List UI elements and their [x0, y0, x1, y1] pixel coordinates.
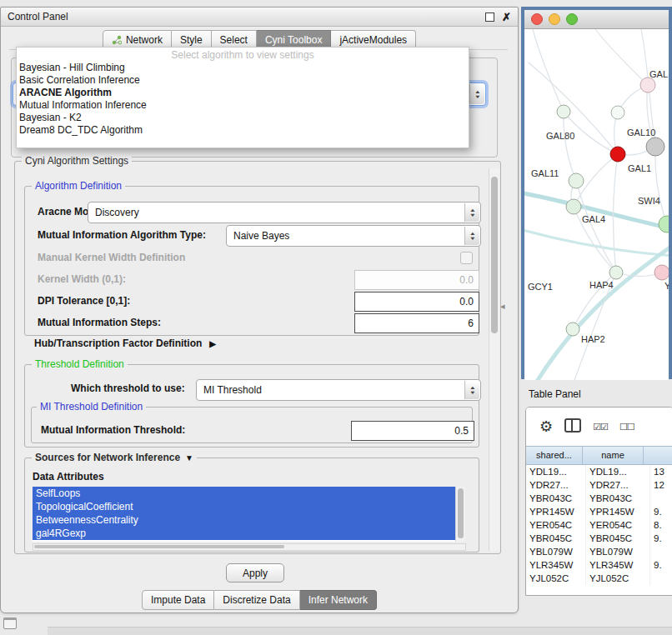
mi-type-combobox[interactable]: Naive Bayes ▲▼ — [226, 225, 481, 247]
attribute-list-item[interactable]: gal4RGexp — [33, 527, 464, 540]
algorithm-option[interactable]: Basic Correlation Inference — [17, 74, 469, 87]
network-edge — [524, 229, 669, 256]
scrollbar-thumb[interactable] — [491, 177, 498, 333]
network-edge[interactable] — [655, 147, 667, 224]
table-row[interactable]: YLR345WYLR345W9. — [526, 558, 672, 572]
table-cell: YBR043C — [586, 492, 650, 505]
tab-label: Style — [180, 34, 203, 46]
network-node[interactable] — [611, 106, 624, 119]
table-cell: YJL052C — [526, 572, 586, 585]
sources-title: Sources for Network Inference — [35, 452, 180, 463]
network-window-titlebar[interactable] — [524, 10, 669, 29]
scrollbar-thumb[interactable] — [458, 488, 464, 538]
column-header[interactable]: shared... — [526, 447, 583, 464]
node-label: GAL80 — [546, 131, 574, 141]
algorithm-option[interactable]: Bayesian - Hill Climbing — [17, 62, 469, 74]
splitter-arrow-icon[interactable]: ◂ — [500, 302, 505, 311]
algorithm-option[interactable]: Bayesian - K2 — [17, 112, 469, 124]
threshold-definition-title: Threshold Definition — [32, 358, 128, 371]
close-icon[interactable]: ✗ — [502, 12, 511, 22]
expand-arrow-icon[interactable]: ▶ — [209, 339, 216, 348]
network-node[interactable] — [566, 322, 579, 336]
mi-steps-field[interactable]: 6 — [354, 313, 479, 333]
column-header[interactable] — [644, 447, 672, 464]
table-row[interactable]: YBR045CYBR045C9. — [526, 532, 672, 545]
algorithm-option[interactable]: Dream8 DC_TDC Algorithm — [17, 124, 469, 137]
table-cell: YDR27... — [586, 478, 650, 492]
network-node[interactable] — [654, 265, 669, 280]
hub-section-toggle[interactable]: Hub/Transcription Factor Definition▶ — [34, 338, 216, 350]
table-panel-title: Table Panel — [529, 388, 581, 400]
bottom-tab-impute-data[interactable]: Impute Data — [142, 590, 214, 610]
network-edge[interactable] — [564, 112, 576, 181]
bottom-tab-infer-network[interactable]: Infer Network — [300, 590, 377, 610]
table-body: YDL19...YDL19...13YDR27...YDR27...12YBR0… — [526, 465, 672, 585]
network-node[interactable] — [610, 147, 625, 162]
network-node[interactable] — [557, 105, 570, 118]
table-cell: YBL079W — [586, 545, 650, 558]
which-threshold-value: MI Threshold — [203, 384, 262, 396]
deselect-all-icon[interactable]: ☐☐ — [619, 422, 634, 432]
columns-icon[interactable] — [564, 418, 581, 435]
node-label: HAP2 — [581, 334, 605, 344]
mi-threshold-value: 0.5 — [454, 425, 469, 437]
mi-threshold-field[interactable]: 0.5 — [351, 421, 474, 441]
which-threshold-combobox[interactable]: MI Threshold ▲▼ — [196, 379, 481, 401]
network-node[interactable] — [646, 138, 664, 156]
manual-kernel-checkbox[interactable] — [460, 252, 473, 264]
sources-toggle[interactable]: Sources for Network Inference▼ — [32, 452, 197, 464]
bottom-scrollbar[interactable] — [48, 627, 672, 635]
select-all-icon[interactable]: ☑☑ — [593, 422, 608, 432]
apply-button[interactable]: Apply — [226, 563, 284, 582]
algorithm-option[interactable]: Mutual Information Inference — [17, 99, 469, 112]
table-cell: YDL19... — [586, 465, 650, 478]
attribute-list-item[interactable]: TopologicalCoefficient — [33, 500, 464, 513]
settings-scrollbar[interactable] — [489, 168, 499, 551]
table-header: shared...name — [526, 446, 672, 465]
dpi-tolerance-field[interactable]: 0.0 — [354, 292, 479, 312]
minimize-traffic-light-icon[interactable] — [549, 13, 560, 25]
table-row[interactable]: YBL079WYBL079W — [526, 545, 672, 558]
algorithm-option[interactable]: ARACNE Algorithm — [17, 87, 469, 99]
close-traffic-light-icon[interactable] — [531, 13, 543, 25]
table-row[interactable]: YDR27...YDR27...12 — [526, 478, 672, 492]
window-title: Control Panel — [8, 11, 485, 22]
column-header[interactable]: name — [583, 447, 644, 464]
table-row[interactable]: YER054CYER054C8. — [526, 518, 672, 532]
network-canvas[interactable]: GALGAL80GAL10GAL11GAL1SWI4GAL4GCY1HAP4YH… — [524, 29, 669, 380]
combo-stepper-icon: ▲▼ — [469, 84, 484, 104]
node-label: GAL1 — [628, 163, 651, 173]
network-node[interactable] — [569, 173, 584, 188]
table-cell: 9. — [650, 558, 672, 572]
tab-label: jActiveModules — [339, 34, 407, 46]
attribute-list-hscrollbar[interactable] — [33, 543, 466, 551]
gear-icon[interactable]: ⚙ — [539, 418, 553, 436]
titlebar-icons: ✗ — [485, 12, 511, 22]
control-panel-titlebar[interactable]: Control Panel ✗ — [1, 8, 518, 27]
network-node[interactable] — [659, 216, 669, 232]
table-row[interactable]: YJL052CYJL052C — [526, 572, 672, 585]
mi-threshold-label: Mutual Information Threshold: — [41, 424, 185, 436]
network-node[interactable] — [566, 199, 581, 214]
table-row[interactable]: YDL19...YDL19...13 — [526, 465, 672, 478]
network-node[interactable] — [609, 266, 623, 279]
table-row[interactable]: YPR145WYPR145W9. — [526, 505, 672, 518]
float-window-icon[interactable] — [485, 12, 494, 22]
attribute-list-item[interactable]: BetweennessCentrality — [33, 513, 464, 527]
network-edge[interactable] — [576, 181, 616, 272]
collapse-arrow-icon[interactable]: ▼ — [185, 453, 193, 462]
attribute-list[interactable]: SelfLoopsTopologicalCoefficientBetweenne… — [33, 487, 464, 542]
restore-panel-icon[interactable] — [3, 618, 17, 629]
network-node[interactable] — [640, 78, 655, 92]
table-row[interactable]: YBR043CYBR043C — [526, 492, 672, 505]
aracne-mode-combobox[interactable]: Discovery ▲▼ — [88, 202, 481, 223]
table-cell: 13 — [650, 465, 672, 478]
zoom-traffic-light-icon[interactable] — [566, 13, 578, 25]
cyni-bottom-tabs: Impute DataDiscretize DataInfer Network — [1, 590, 518, 610]
bottom-tab-discretize-data[interactable]: Discretize Data — [214, 590, 299, 610]
tab-label: Network — [126, 34, 163, 46]
attribute-list-scrollbar[interactable] — [455, 487, 465, 542]
scrollbar-thumb[interactable] — [34, 545, 284, 548]
attribute-list-item[interactable]: SelfLoops — [33, 487, 464, 500]
dropdown-prompt: Select algorithm to view settings — [17, 49, 469, 62]
